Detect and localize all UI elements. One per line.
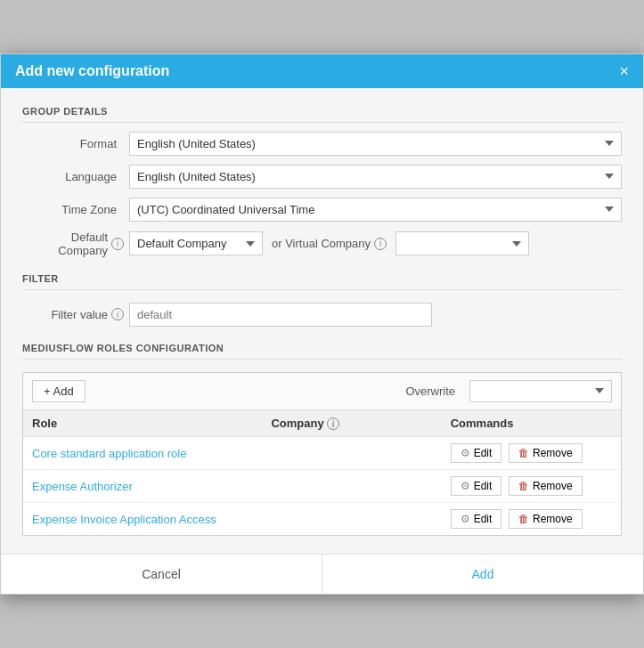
format-select[interactable]: English (United States): [129, 132, 622, 156]
role-cell: Expense Invoice Application Access: [23, 503, 262, 536]
filter-info-icon: i: [111, 308, 124, 320]
roles-section: MEDIUSFLOW ROLES CONFIGURATION + Add Ove…: [22, 343, 622, 537]
filter-title: FILTER: [22, 273, 622, 290]
edit-label: Edit: [474, 480, 493, 492]
table-row: Core standard application role ⚙ Edit: [23, 437, 621, 470]
trash-icon: 🗑: [518, 447, 529, 459]
default-company-select[interactable]: Default Company: [129, 231, 263, 255]
add-button[interactable]: Add: [322, 555, 643, 594]
company-cell: [262, 503, 441, 536]
add-configuration-modal: Add new configuration × GROUP DETAILS Fo…: [0, 53, 644, 595]
col-header-commands: Commands: [442, 410, 621, 437]
edit-label: Edit: [474, 447, 493, 459]
commands-cell: ⚙ Edit 🗑 Remove: [442, 470, 621, 503]
role-cell: Expense Authorizer: [23, 470, 262, 503]
remove-label: Remove: [533, 447, 573, 459]
table-row: Expense Authorizer ⚙ Edit 🗑: [23, 470, 621, 503]
gear-icon: ⚙: [461, 447, 470, 459]
edit-button[interactable]: ⚙ Edit: [451, 443, 502, 463]
remove-button[interactable]: 🗑 Remove: [509, 443, 583, 463]
roles-table-body: Core standard application role ⚙ Edit: [23, 437, 621, 536]
role-link[interactable]: Expense Authorizer: [32, 480, 133, 493]
edit-button[interactable]: ⚙ Edit: [451, 476, 502, 496]
modal-body: GROUP DETAILS Format English (United Sta…: [1, 88, 643, 555]
virtual-company-select[interactable]: [395, 231, 529, 255]
company-col-info-icon: i: [327, 417, 339, 430]
modal-header: Add new configuration ×: [1, 54, 643, 88]
default-company-info-icon: i: [111, 238, 124, 250]
modal-footer: Cancel Add: [1, 554, 643, 594]
col-header-company: Company i: [262, 410, 441, 437]
roles-table: Role Company i Commands: [23, 410, 621, 536]
remove-label: Remove: [533, 513, 573, 525]
remove-button[interactable]: 🗑 Remove: [509, 476, 583, 496]
add-role-label: + Add: [44, 385, 74, 398]
default-company-label-group: Default Company i: [22, 231, 129, 257]
overwrite-label: Overwrite: [405, 385, 455, 398]
gear-icon: ⚙: [461, 480, 470, 492]
company-cell: [262, 437, 441, 470]
roles-table-head: Role Company i Commands: [23, 410, 621, 437]
roles-title: MEDIUSFLOW ROLES CONFIGURATION: [22, 343, 622, 360]
overwrite-select[interactable]: [469, 380, 612, 402]
role-link[interactable]: Expense Invoice Application Access: [32, 513, 216, 526]
group-details-title: GROUP DETAILS: [22, 106, 622, 123]
add-role-button[interactable]: + Add: [32, 380, 86, 402]
filter-label-group: Filter value i: [22, 308, 129, 321]
filter-row: Filter value i: [22, 303, 622, 327]
roles-container: + Add Overwrite Role: [22, 372, 622, 537]
cancel-button[interactable]: Cancel: [1, 555, 322, 594]
format-row: Format English (United States): [22, 132, 622, 156]
edit-label: Edit: [474, 513, 493, 525]
format-label: Format: [22, 137, 129, 150]
timezone-label: Time Zone: [22, 203, 129, 216]
filter-section-gap: FILTER: [22, 273, 622, 290]
trash-icon: 🗑: [518, 513, 529, 525]
language-row: Language English (United States): [22, 165, 622, 189]
default-company-label: Default Company: [22, 231, 108, 257]
role-cell: Core standard application role: [23, 437, 262, 470]
language-select[interactable]: English (United States): [129, 165, 622, 189]
timezone-select[interactable]: (UTC) Coordinated Universal Time: [129, 198, 622, 222]
language-label: Language: [22, 170, 129, 183]
or-virtual-label: or Virtual Company: [272, 237, 371, 250]
role-link[interactable]: Core standard application role: [32, 447, 186, 460]
filter-input[interactable]: [129, 303, 432, 327]
close-button[interactable]: ×: [619, 63, 629, 79]
commands-cell: ⚙ Edit 🗑 Remove: [442, 503, 621, 536]
company-cell: [262, 470, 441, 503]
virtual-company-info-icon: i: [374, 238, 387, 250]
roles-toolbar: + Add Overwrite: [23, 373, 621, 410]
roles-table-wrapper: Role Company i Commands: [23, 410, 621, 536]
gear-icon: ⚙: [461, 513, 470, 525]
company-row: Default Company i Default Company or Vir…: [22, 231, 622, 257]
edit-button[interactable]: ⚙ Edit: [451, 509, 502, 529]
trash-icon: 🗑: [518, 480, 529, 492]
commands-cell: ⚙ Edit 🗑 Remove: [442, 437, 621, 470]
remove-label: Remove: [533, 480, 573, 492]
col-header-role: Role: [23, 410, 262, 437]
timezone-row: Time Zone (UTC) Coordinated Universal Ti…: [22, 198, 622, 222]
filter-label: Filter value: [51, 308, 108, 321]
or-virtual-company-label-group: or Virtual Company i: [272, 237, 387, 250]
modal-title: Add new configuration: [15, 63, 169, 79]
table-row: Expense Invoice Application Access ⚙ Edi…: [23, 503, 621, 536]
remove-button[interactable]: 🗑 Remove: [509, 509, 583, 529]
